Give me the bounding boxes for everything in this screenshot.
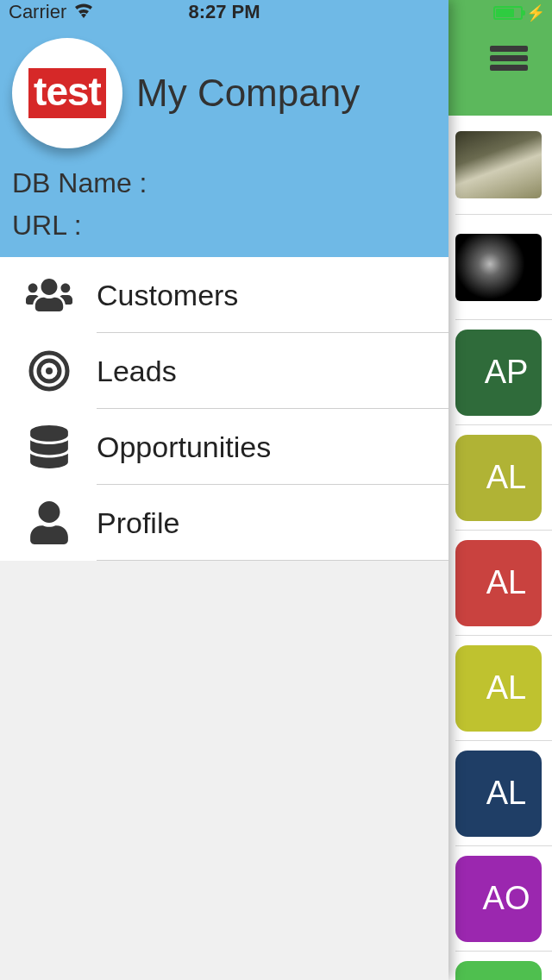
target-icon: [24, 350, 74, 392]
logo-text: test: [34, 69, 101, 114]
list-item[interactable]: AL: [455, 425, 552, 531]
drawer-header: test My Company DB Name : URL :: [0, 24, 448, 257]
user-icon: [24, 501, 74, 544]
list-item[interactable]: AP: [455, 320, 552, 425]
avatar: AL: [455, 751, 542, 837]
database-icon: [24, 425, 74, 468]
list-item[interactable]: [455, 215, 552, 320]
battery-icon: [493, 6, 523, 20]
customers-icon: [24, 275, 74, 315]
menu-label: Profile: [97, 506, 179, 540]
list-item[interactable]: AO: [455, 846, 552, 952]
menu-label: Customers: [97, 279, 238, 312]
status-bar-right: ⚡: [493, 3, 545, 22]
menu-item-customers[interactable]: Customers: [0, 257, 448, 333]
status-time: 8:27 PM: [188, 1, 260, 23]
menu-icon[interactable]: [490, 42, 528, 74]
company-logo: test: [12, 38, 122, 148]
avatar: AL: [455, 645, 542, 732]
menu-label: Leads: [97, 355, 177, 388]
avatar: AL: [455, 540, 542, 626]
url-label: URL :: [12, 210, 436, 242]
underlying-header: ⚡: [448, 0, 552, 116]
company-name: My Company: [136, 72, 360, 115]
list-item[interactable]: [455, 116, 552, 215]
menu-item-leads[interactable]: Leads: [0, 333, 448, 409]
menu-item-profile[interactable]: Profile: [0, 485, 448, 561]
list-item[interactable]: AL: [455, 636, 552, 741]
menu-item-opportunities[interactable]: Opportunities: [0, 409, 448, 485]
avatar: AO: [455, 856, 542, 942]
list-item[interactable]: AL: [455, 741, 552, 846]
underlying-screen: ⚡ AP AL AL AL: [448, 0, 552, 980]
drawer-empty-area: [0, 561, 448, 980]
contact-photo: [455, 234, 542, 301]
side-drawer: 8:27 PM Carrier test My Company DB Name …: [0, 0, 448, 980]
status-bar: 8:27 PM Carrier: [0, 0, 448, 24]
avatar: [455, 961, 542, 980]
list-item[interactable]: AL: [455, 531, 552, 636]
contact-list[interactable]: AP AL AL AL AL AO: [448, 116, 552, 980]
charging-icon: ⚡: [526, 3, 545, 22]
drawer-menu: Customers Leads Opportunities Profile: [0, 257, 448, 561]
db-name-label: DB Name :: [12, 167, 436, 199]
contact-photo: [455, 131, 542, 198]
avatar: AL: [455, 435, 542, 521]
avatar: AP: [455, 330, 542, 416]
list-item[interactable]: [455, 952, 552, 980]
svg-point-2: [46, 368, 53, 374]
menu-label: Opportunities: [97, 430, 271, 464]
